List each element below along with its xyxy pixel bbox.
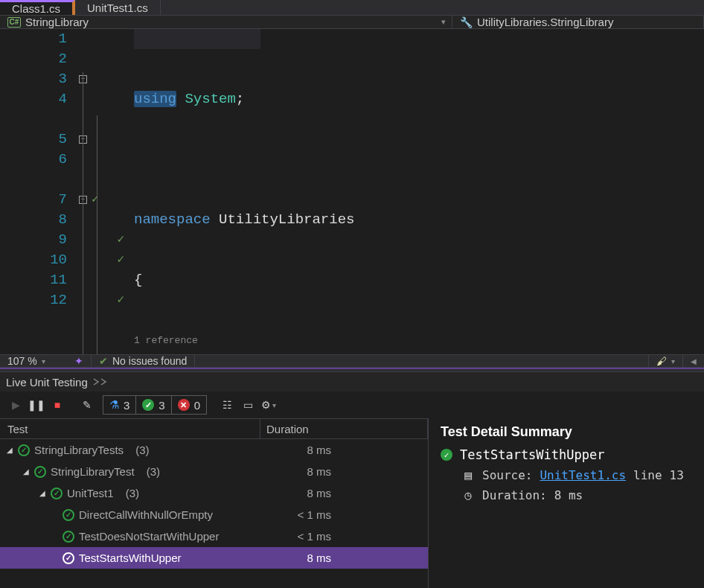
expand-toggle[interactable]: ◢ — [22, 467, 30, 476]
cleanup-button[interactable]: 🖌▾ — [649, 355, 682, 367]
expand-toggle[interactable]: ◢ — [39, 489, 46, 497]
tree-row[interactable]: ✓DirectCallWithNullOrEmpty < 1 ms — [0, 504, 428, 525]
tree-row[interactable]: ✓TestDoesNotStartWithUpper < 1 ms — [0, 525, 428, 547]
line-number: 13 — [670, 468, 684, 482]
test-tree: ◢✓StringLibraryTests (3) 8 ms ◢✓StringLi… — [0, 439, 428, 588]
document-icon: ▤ — [461, 468, 475, 482]
nav-bar: C# StringLibrary ▾ 🔧 UtilityLibraries.St… — [0, 16, 704, 29]
coverage-tick-icon: ✓ — [118, 290, 125, 310]
scroll-left-button[interactable]: ◀ — [683, 355, 704, 367]
chevron-down-icon: ▾ — [441, 17, 446, 27]
nav-type-dropdown[interactable]: 🔧 UtilityLibraries.StringLibrary — [452, 16, 704, 28]
source-label: Source: — [482, 468, 532, 482]
clock-icon: ◷ — [461, 488, 475, 502]
edit-button[interactable]: ✎ — [77, 395, 97, 415]
play-button[interactable]: ▶ — [6, 395, 25, 415]
nav-scope-dropdown[interactable]: C# StringLibrary ▾ — [0, 16, 452, 28]
coverage-tick-icon: ✓ — [118, 230, 125, 250]
expand-toggle[interactable]: ◢ — [6, 446, 13, 454]
lut-toolbar: ▶ ❚❚ ■ ✎ ⚗3 ✓3 ✕0 ☷ ▭ ⚙▾ — [0, 392, 704, 418]
coverage-tick-icon: ✓ — [92, 190, 99, 210]
nav-scope-label: StringLibrary — [25, 16, 89, 28]
check-circle-icon: ✔ — [99, 355, 108, 367]
duration-label: Duration: — [482, 488, 547, 502]
col-test[interactable]: Test — [0, 419, 260, 438]
codelens-references[interactable]: 1 reference — [134, 330, 198, 351]
test-detail-pane: Test Detail Summary ✓ TestStartsWithUppe… — [429, 418, 704, 588]
code-editor[interactable]: 1 2 3 4 5 6 7 8 9 10 11 12 − − −✓ ✓ ✓ ✓ — [0, 29, 704, 354]
chevron-down-icon: ▾ — [42, 357, 45, 365]
source-link[interactable]: UnitTest1.cs — [540, 468, 626, 482]
duration-value: 8 ms — [554, 488, 583, 502]
pass-ring-icon: ✓ — [34, 466, 46, 478]
lightbulb-icon: ✦ — [74, 355, 83, 367]
tab-class1[interactable]: Class1.cs — [0, 0, 75, 15]
pass-ring-icon: ✓ — [18, 444, 30, 456]
error-status[interactable]: ✔ No issues found — [92, 355, 194, 367]
stop-button[interactable]: ■ — [48, 395, 67, 415]
tree-row[interactable]: ◢✓StringLibraryTests (3) 8 ms — [0, 439, 428, 461]
pass-ring-icon: ✓ — [63, 531, 74, 543]
panel-chevrons-icon — [91, 377, 112, 387]
settings-button[interactable]: ⚙▾ — [259, 395, 278, 415]
csharp-icon: C# — [7, 17, 21, 28]
nav-type-label: UtilityLibraries.StringLibrary — [477, 16, 613, 28]
tree-row[interactable]: ◢✓UnitTest1 (3) 8 ms — [0, 482, 428, 504]
tree-row[interactable]: ◢✓StringLibraryTest (3) 8 ms — [0, 461, 428, 482]
pass-ring-icon: ✓ — [63, 509, 74, 521]
zoom-dropdown[interactable]: 107 % ▾ — [0, 355, 67, 367]
tab-label: Class1.cs — [12, 2, 60, 15]
pass-icon: ✓ — [142, 399, 154, 411]
coverage-tick-icon: ✓ — [118, 250, 125, 270]
test-counts: ⚗3 ✓3 ✕0 — [103, 395, 207, 415]
quick-actions-button[interactable]: ✦ — [67, 355, 91, 367]
pass-icon: ✓ — [441, 449, 452, 461]
failing-tests[interactable]: ✕0 — [172, 396, 206, 414]
pass-ring-icon: ✓ — [51, 488, 63, 499]
tree-columns-header: Test Duration — [0, 418, 428, 439]
line-number-gutter: 1 2 3 4 5 6 7 8 9 10 11 12 — [0, 29, 74, 354]
live-unit-testing-panel: Live Unit Testing ▶ ❚❚ ■ ✎ ⚗3 ✓3 ✕0 ☷ ▭ … — [0, 372, 704, 588]
fold-column: − − −✓ ✓ ✓ ✓ — [74, 29, 134, 354]
pause-button[interactable]: ❚❚ — [27, 395, 46, 415]
chevron-down-icon: ▾ — [671, 357, 675, 365]
tab-unittest1[interactable]: UnitTest1.cs — [75, 0, 161, 15]
flask-icon: ⚗ — [109, 398, 119, 412]
brush-icon: 🖌 — [656, 355, 667, 367]
code-content[interactable]: using System; namespace UtilityLibraries… — [134, 29, 704, 354]
detail-test-name: TestStartsWithUpper — [460, 447, 604, 462]
line-label: line — [633, 468, 662, 482]
editor-status-bar: 107 % ▾ ✦ ✔ No issues found 🖌▾ ◀ — [0, 354, 704, 368]
col-duration[interactable]: Duration — [260, 419, 428, 438]
total-tests[interactable]: ⚗3 — [103, 396, 136, 414]
tree-row-selected[interactable]: ✓TestStartsWithUpper 8 ms — [0, 547, 428, 569]
test-tree-pane: Test Duration ◢✓StringLibraryTests (3) 8… — [0, 418, 429, 588]
detail-heading: Test Detail Summary — [441, 424, 692, 440]
list-view-button[interactable]: ☷ — [217, 395, 237, 415]
panel-title: Live Unit Testing — [0, 372, 704, 392]
layout-button[interactable]: ▭ — [238, 395, 257, 415]
passing-tests[interactable]: ✓3 — [136, 396, 171, 414]
tab-strip: Class1.cs UnitTest1.cs — [0, 0, 704, 16]
triangle-left-icon: ◀ — [691, 357, 697, 365]
fail-icon: ✕ — [178, 399, 190, 411]
wrench-icon: 🔧 — [460, 16, 473, 28]
pass-ring-icon: ✓ — [63, 552, 74, 564]
tab-label: UnitTest1.cs — [87, 1, 148, 14]
